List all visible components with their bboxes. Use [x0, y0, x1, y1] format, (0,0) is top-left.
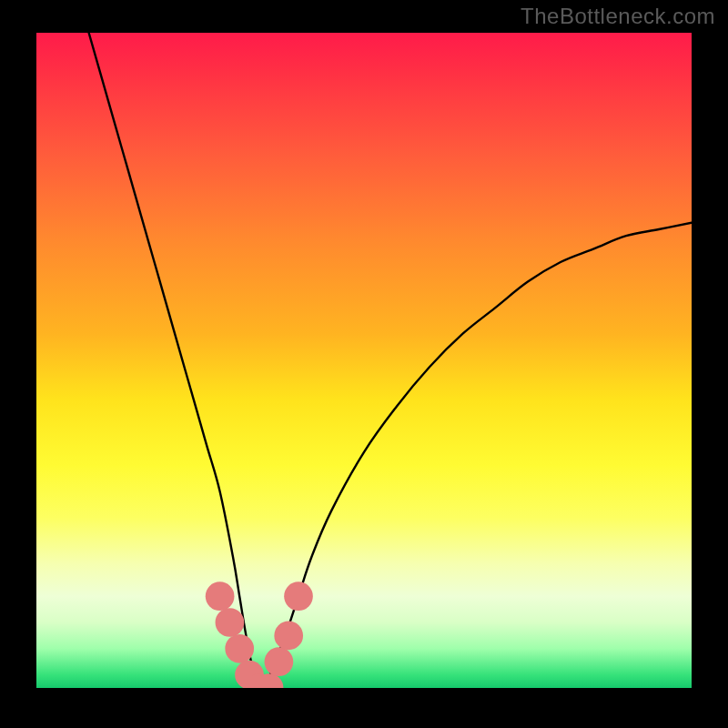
highlight-marker — [274, 622, 303, 651]
highlight-marker — [206, 581, 235, 611]
highlight-marker — [265, 647, 294, 676]
watermark-text: TheBottleneck.com — [521, 4, 715, 29]
highlighted-points — [206, 581, 313, 688]
curve-svg — [36, 33, 692, 688]
plot-area — [36, 33, 692, 688]
chart-frame: TheBottleneck.com — [0, 0, 728, 728]
highlight-marker — [284, 581, 313, 611]
bottleneck-curve — [89, 33, 692, 688]
highlight-marker — [216, 608, 245, 637]
highlight-marker — [225, 634, 254, 663]
